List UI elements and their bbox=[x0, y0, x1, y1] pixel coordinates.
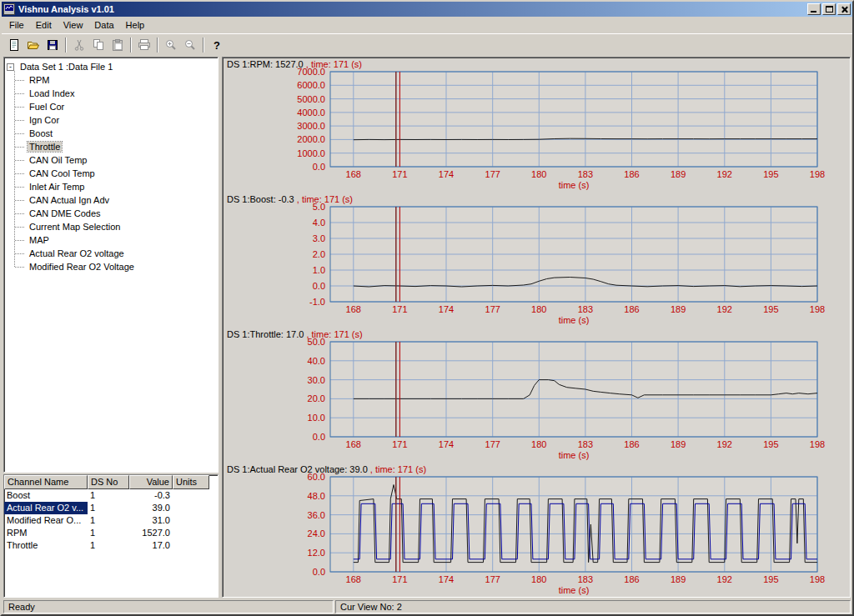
menu-item-help[interactable]: Help bbox=[120, 18, 151, 32]
chart-rpm[interactable]: 0.01000.02000.03000.04000.05000.06000.07… bbox=[224, 58, 851, 193]
tree-item-fuel-cor[interactable]: Fuel Cor bbox=[10, 100, 217, 113]
svg-text:195: 195 bbox=[763, 574, 778, 584]
collapse-icon[interactable]: - bbox=[7, 63, 14, 71]
tree-item-label: Actual Rear O2 voltage bbox=[28, 248, 126, 258]
cell-ds-no: 1 bbox=[88, 539, 129, 552]
menu-item-view[interactable]: View bbox=[58, 18, 89, 32]
tree-item-label: CAN Actual Ign Adv bbox=[28, 195, 111, 205]
close-icon bbox=[840, 4, 850, 14]
svg-text:192: 192 bbox=[717, 439, 732, 449]
svg-text:189: 189 bbox=[671, 439, 686, 449]
chart-boost[interactable]: -1.00.01.02.03.04.05.0168171174177180183… bbox=[224, 193, 851, 328]
minimize-button[interactable] bbox=[807, 3, 821, 15]
column-header-units[interactable]: Units bbox=[173, 475, 209, 489]
paste-button bbox=[108, 36, 127, 54]
svg-text:1.0: 1.0 bbox=[313, 265, 325, 275]
close-button[interactable] bbox=[837, 3, 851, 15]
menu-item-file[interactable]: File bbox=[3, 18, 30, 32]
svg-text:36.0: 36.0 bbox=[308, 510, 325, 520]
table-row-boost[interactable]: Boost1-0.3 bbox=[4, 489, 218, 502]
tree-item-can-dme-codes[interactable]: CAN DME Codes bbox=[10, 207, 217, 220]
svg-text:183: 183 bbox=[578, 304, 593, 314]
status-view-number: Cur View No: 2 bbox=[335, 600, 851, 613]
cell-channel-name: Actual Rear O2 v... bbox=[4, 502, 88, 514]
svg-text:2.0: 2.0 bbox=[313, 249, 325, 259]
open-folder-button[interactable] bbox=[24, 36, 43, 54]
svg-text:168: 168 bbox=[346, 439, 361, 449]
new-document-icon bbox=[8, 38, 21, 52]
svg-text:189: 189 bbox=[671, 169, 686, 179]
cell-channel-name: RPM bbox=[4, 527, 88, 539]
open-folder-icon bbox=[27, 38, 40, 52]
cell-ds-no: 1 bbox=[88, 527, 129, 539]
column-header-channel-name[interactable]: Channel Name bbox=[4, 475, 88, 489]
tree-item-current-map-selection[interactable]: Current Map Selection bbox=[10, 220, 217, 233]
tree-root[interactable]: -Data Set 1 :Data File 1 bbox=[7, 60, 217, 73]
svg-text:24.0: 24.0 bbox=[308, 528, 325, 538]
column-header-ds-no[interactable]: DS No bbox=[88, 475, 129, 489]
svg-text:10.0: 10.0 bbox=[308, 413, 325, 423]
svg-text:5000.0: 5000.0 bbox=[297, 94, 325, 104]
chart-throttle[interactable]: 0.010.020.030.040.050.016817117417718018… bbox=[224, 328, 851, 463]
help-button[interactable]: ? bbox=[208, 36, 226, 54]
column-header-value[interactable]: Value bbox=[129, 475, 173, 489]
maximize-icon bbox=[826, 6, 833, 13]
tree-item-label: RPM bbox=[28, 75, 51, 85]
cell-ds-no: 1 bbox=[88, 514, 129, 527]
copy-button bbox=[89, 36, 108, 54]
paste-icon bbox=[111, 38, 124, 52]
svg-text:198: 198 bbox=[810, 169, 825, 179]
tree-item-can-cool-temp[interactable]: CAN Cool Temp bbox=[10, 167, 217, 180]
tree-item-map[interactable]: MAP bbox=[10, 233, 217, 247]
menu-item-edit[interactable]: Edit bbox=[30, 18, 58, 32]
svg-text:186: 186 bbox=[624, 169, 639, 179]
cut-button bbox=[70, 36, 88, 54]
table-row-rpm[interactable]: RPM11527.0 bbox=[4, 527, 218, 539]
table-row-throttle[interactable]: Throttle117.0 bbox=[4, 539, 218, 552]
tree-item-modified-rear-o2-voltage[interactable]: Modified Rear O2 Voltage bbox=[10, 260, 217, 273]
tree-view[interactable]: -Data Set 1 :Data File 1RPMLoad IndexFue… bbox=[3, 57, 219, 473]
tree-root-label: Data Set 1 :Data File 1 bbox=[18, 62, 114, 72]
svg-text:DS 1:RPM: 1527.0 , time: 171 (: DS 1:RPM: 1527.0 , time: 171 (s) bbox=[227, 59, 362, 69]
channel-table[interactable]: Channel NameDS NoValueUnits Boost1-0.3Ac… bbox=[3, 474, 219, 598]
svg-text:192: 192 bbox=[717, 169, 732, 179]
table-row-modified-rear-o[interactable]: Modified Rear O...131.0 bbox=[4, 514, 218, 527]
svg-text:168: 168 bbox=[346, 574, 361, 584]
tree-item-rpm[interactable]: RPM bbox=[10, 73, 217, 87]
cell-channel-name: Throttle bbox=[4, 539, 88, 552]
tree-item-can-actual-ign-adv[interactable]: CAN Actual Ign Adv bbox=[10, 193, 217, 207]
cell-units bbox=[173, 514, 209, 527]
chart-actual-rear-o2-voltage[interactable]: 0.012.024.036.048.060.016817117417718018… bbox=[224, 463, 851, 598]
tree-item-label: Ign Cor bbox=[28, 115, 61, 125]
tree-item-ign-cor[interactable]: Ign Cor bbox=[10, 113, 217, 127]
tree-item-load-index[interactable]: Load Index bbox=[10, 87, 217, 100]
menu-item-data[interactable]: Data bbox=[88, 18, 119, 32]
svg-text:177: 177 bbox=[485, 304, 500, 314]
cell-units bbox=[173, 539, 209, 552]
cell-units bbox=[173, 489, 209, 502]
svg-text:168: 168 bbox=[346, 304, 361, 314]
tree-item-can-oil-temp[interactable]: CAN Oil Temp bbox=[10, 153, 217, 167]
toolbar-separator bbox=[130, 38, 132, 53]
maximize-button[interactable] bbox=[822, 3, 836, 15]
svg-text:177: 177 bbox=[485, 439, 500, 449]
save-button[interactable] bbox=[43, 36, 62, 54]
tree-item-label: Throttle bbox=[28, 142, 62, 152]
tree-item-actual-rear-o2-voltage[interactable]: Actual Rear O2 voltage bbox=[10, 247, 217, 260]
new-document-button[interactable] bbox=[5, 36, 23, 54]
svg-text:40.0: 40.0 bbox=[308, 356, 325, 366]
svg-text:186: 186 bbox=[624, 439, 639, 449]
tree-item-throttle[interactable]: Throttle bbox=[10, 140, 217, 153]
svg-text:12.0: 12.0 bbox=[308, 548, 325, 558]
app-icon bbox=[3, 3, 15, 15]
tree-item-inlet-air-temp[interactable]: Inlet Air Temp bbox=[10, 180, 217, 193]
tree-item-boost[interactable]: Boost bbox=[10, 127, 217, 140]
svg-text:3000.0: 3000.0 bbox=[297, 121, 325, 131]
svg-text:4.0: 4.0 bbox=[313, 218, 325, 228]
title-bar[interactable]: Vishnu Analysis v1.01 bbox=[2, 2, 852, 17]
table-row-actual-rear-o2-v[interactable]: Actual Rear O2 v...139.0 bbox=[4, 502, 218, 514]
svg-text:0.0: 0.0 bbox=[313, 567, 325, 577]
svg-text:171: 171 bbox=[392, 439, 407, 449]
channel-table-header: Channel NameDS NoValueUnits bbox=[4, 475, 218, 489]
svg-text:192: 192 bbox=[717, 574, 732, 584]
